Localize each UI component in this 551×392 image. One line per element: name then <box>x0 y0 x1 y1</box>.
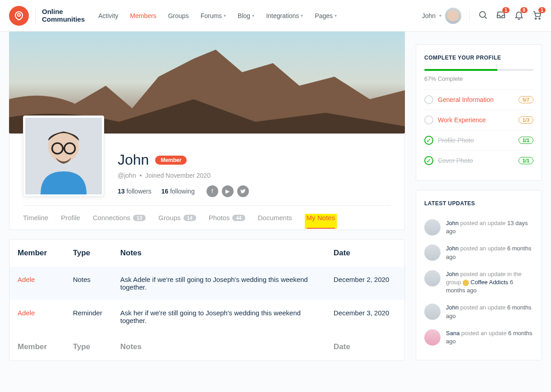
update-item[interactable]: John posted an update in the group Coffe… <box>424 266 533 300</box>
note-text: Ask her if we're still going to Joseph's… <box>112 300 326 333</box>
avatar <box>424 304 441 320</box>
nav-members[interactable]: Members <box>130 12 156 19</box>
inbox-icon[interactable]: 1 <box>496 10 506 21</box>
svg-point-2 <box>535 18 537 19</box>
tab-groups[interactable]: Groups14 <box>158 214 196 230</box>
avatar <box>445 8 461 24</box>
avatar <box>424 219 441 235</box>
svg-line-1 <box>485 17 487 18</box>
update-item[interactable]: John posted an update 6 months ago <box>424 240 533 265</box>
user-menu[interactable]: John ▾ <box>422 8 461 24</box>
circle-icon <box>424 115 433 125</box>
update-user[interactable]: John <box>446 220 459 226</box>
profile-task[interactable]: ✓ Cover Photo 1/1 <box>424 150 533 171</box>
th-type[interactable]: Type <box>65 240 112 267</box>
tab-connections[interactable]: Connections13 <box>93 214 146 230</box>
progress-bar <box>424 69 533 71</box>
joined-date: Joined November 2020 <box>145 172 211 179</box>
table-footer-row: Member Type Notes Date <box>9 333 404 360</box>
display-name: John <box>118 152 149 168</box>
tab-profile[interactable]: Profile <box>61 214 80 230</box>
task-name: Profile Photo <box>438 137 514 144</box>
note-type: Reminder <box>65 300 112 333</box>
note-date: December 3, 2020 <box>326 300 404 333</box>
task-name: General Information <box>438 96 514 103</box>
latest-updates-card: LATEST UPDATES John posted an update 13 … <box>416 190 542 360</box>
nav-pages[interactable]: Pages ▾ <box>315 12 337 19</box>
check-circle-icon: ✓ <box>424 156 433 165</box>
logo-mark-icon <box>9 6 29 26</box>
tf-notes: Notes <box>112 333 326 360</box>
search-icon[interactable] <box>478 10 488 21</box>
update-action: posted an update <box>459 220 507 226</box>
complete-profile-title: COMPLETE YOUR PROFILE <box>424 55 533 61</box>
note-member-link[interactable]: Adele <box>18 276 35 283</box>
update-action: posted an update <box>459 304 507 311</box>
update-item[interactable]: Sana posted an update 6 months ago <box>424 325 533 350</box>
member-badge: Member <box>155 156 187 165</box>
avatar <box>424 244 441 261</box>
cart-icon[interactable]: 1 <box>532 10 542 21</box>
bell-badge: 8 <box>520 7 528 13</box>
update-user[interactable]: John <box>446 245 459 252</box>
update-action: posted an update <box>459 245 507 252</box>
chevron-down-icon: ▾ <box>252 13 254 18</box>
avatar <box>424 329 441 346</box>
profile-task[interactable]: Work Experience 1/3 <box>424 110 533 130</box>
task-name: Cover Photo <box>438 157 514 164</box>
progress-label: 67% Complete <box>424 75 533 82</box>
th-member[interactable]: Member <box>9 240 65 267</box>
bell-icon[interactable]: 8 <box>514 10 524 21</box>
note-member-link[interactable]: Adele <box>18 309 35 317</box>
task-count: 1/1 <box>519 157 533 164</box>
update-user[interactable]: Sana <box>446 330 459 337</box>
tf-member: Member <box>9 333 65 360</box>
th-notes[interactable]: Notes <box>112 240 326 267</box>
th-date[interactable]: Date <box>326 240 404 267</box>
tab-photos[interactable]: Photos44 <box>209 214 245 230</box>
avatar <box>424 270 441 286</box>
note-date: December 2, 2020 <box>326 267 404 300</box>
following-stat[interactable]: 16 following <box>161 188 195 195</box>
facebook-icon[interactable]: f <box>207 185 218 197</box>
update-user[interactable]: John <box>446 304 459 311</box>
table-header-row: Member Type Notes Date <box>9 240 404 267</box>
task-count: 5/7 <box>519 96 533 103</box>
followers-stat[interactable]: 13 followers <box>118 188 152 195</box>
nav-blog[interactable]: Blog ▾ <box>238 12 254 19</box>
tf-date: Date <box>326 333 404 360</box>
profile-task[interactable]: ✓ Profile Photo 1/1 <box>424 130 533 150</box>
nav-forums[interactable]: Forums ▾ <box>201 12 226 19</box>
profile-avatar[interactable] <box>23 115 104 197</box>
complete-profile-card: COMPLETE YOUR PROFILE 67% Complete Gener… <box>416 44 542 181</box>
svg-point-0 <box>480 12 486 18</box>
tab-my-notes[interactable]: My Notes <box>307 214 335 229</box>
user-handle: @john <box>118 172 136 179</box>
nav-activity[interactable]: Activity <box>98 12 118 19</box>
chevron-down-icon: ▾ <box>301 13 303 18</box>
chevron-down-icon: ▾ <box>335 13 337 18</box>
chevron-down-icon: ▾ <box>439 13 441 18</box>
latest-updates-title: LATEST UPDATES <box>424 200 533 207</box>
tab-documents[interactable]: Documents <box>258 214 292 230</box>
site-logo[interactable]: Online Communities <box>9 6 85 26</box>
site-header: Online Communities Activity Members Grou… <box>0 0 551 32</box>
nav-groups[interactable]: Groups <box>168 12 189 19</box>
update-item[interactable]: John posted an update 13 days ago <box>424 215 533 240</box>
note-text: Ask Adele if we're still going to Joseph… <box>112 267 326 300</box>
youtube-icon[interactable]: ▶ <box>222 185 234 197</box>
nav-integrations[interactable]: Integrations ▾ <box>266 12 303 19</box>
twitter-icon[interactable] <box>237 185 249 197</box>
note-type: Notes <box>65 267 112 300</box>
chevron-down-icon: ▾ <box>224 13 226 18</box>
tab-timeline[interactable]: Timeline <box>23 214 48 230</box>
notes-table: Member Type Notes Date Adele Notes Ask A… <box>9 240 404 360</box>
task-count: 1/1 <box>519 137 533 144</box>
circle-icon <box>424 95 433 104</box>
update-user[interactable]: John <box>446 271 459 277</box>
notes-card: Member Type Notes Date Adele Notes Ask A… <box>9 239 405 361</box>
svg-point-3 <box>539 18 540 19</box>
update-action: posted an update <box>459 330 508 337</box>
update-item[interactable]: John posted an update 6 months ago <box>424 299 533 324</box>
profile-task[interactable]: General Information 5/7 <box>424 89 533 110</box>
